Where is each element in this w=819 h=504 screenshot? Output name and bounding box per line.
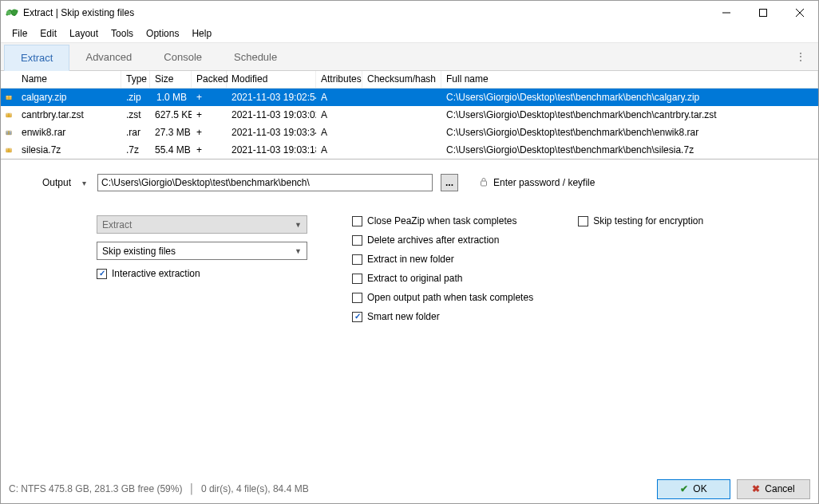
overwrite-dropdown[interactable]: Skip existing files ▼: [97, 242, 307, 260]
maximize-button[interactable]: [745, 1, 781, 25]
table-row[interactable]: cantrbry.tar.zst.zst627.5 KB+2021-11-03 …: [1, 106, 818, 124]
file-table: Name Type Size Packed Modified Attribute…: [1, 71, 818, 159]
svg-rect-8: [9, 96, 10, 100]
output-label: Output: [42, 177, 71, 188]
col-fullname[interactable]: Full name: [441, 71, 818, 88]
cell-type: .rar: [121, 125, 150, 140]
table-header: Name Type Size Packed Modified Attribute…: [1, 71, 818, 89]
cell-fullname: C:\Users\Giorgio\Desktop\test\benchmark\…: [441, 90, 818, 104]
archive-icon: [1, 90, 17, 104]
options-panel: Output ▾ ... Enter password / keyfile Ex…: [1, 159, 818, 503]
cell-name: calgary.zip: [17, 90, 121, 104]
svg-rect-3: [760, 10, 767, 17]
open-output-path-checkbox[interactable]: Open output path when task completes: [352, 292, 533, 303]
menubar: File Edit Layout Tools Options Help: [1, 25, 818, 42]
cell-hash: [362, 96, 441, 99]
tab-extract[interactable]: Extract: [4, 45, 69, 71]
window-controls: [708, 1, 818, 25]
menu-options[interactable]: Options: [140, 26, 185, 41]
menu-file[interactable]: File: [6, 26, 34, 41]
tab-overflow-icon[interactable]: ⋮: [788, 46, 813, 67]
password-link[interactable]: Enter password / keyfile: [479, 177, 595, 189]
cell-type: .zst: [121, 108, 150, 122]
output-path-input[interactable]: [97, 174, 433, 191]
smart-new-folder-checkbox[interactable]: Smart new folder: [352, 311, 533, 322]
archive-icon: [1, 143, 17, 157]
cell-modified: 2021-11-03 19:03:34: [227, 125, 316, 140]
cell-size: 55.4 MB: [150, 143, 192, 157]
chevron-down-icon: ▼: [295, 221, 302, 229]
menu-edit[interactable]: Edit: [34, 26, 63, 41]
chevron-down-icon: ▼: [295, 247, 302, 255]
skip-encryption-test-checkbox[interactable]: Skip testing for encryption: [578, 215, 703, 226]
cell-size: 627.5 KB: [150, 108, 192, 122]
svg-rect-17: [9, 148, 10, 152]
ok-button[interactable]: ✔ OK: [657, 479, 730, 499]
checkbox-icon: [578, 216, 588, 226]
cell-modified: 2021-11-03 19:03:18: [227, 143, 316, 157]
cell-size: 1.0 MB: [150, 90, 192, 104]
app-icon: [6, 6, 18, 19]
svg-rect-14: [9, 131, 10, 135]
cell-packed: +: [192, 143, 227, 157]
col-modified[interactable]: Modified: [227, 71, 316, 88]
checkbox-icon: [352, 293, 362, 303]
close-on-complete-checkbox[interactable]: Close PeaZip when task completes: [352, 215, 533, 226]
left-options: Extract ▼ Skip existing files ▼ Interact…: [97, 215, 307, 322]
tab-console[interactable]: Console: [148, 45, 218, 69]
cell-hash: [362, 148, 441, 152]
cell-name: enwik8.rar: [17, 125, 121, 140]
interactive-extraction-checkbox[interactable]: Interactive extraction: [97, 268, 307, 279]
tabstrip: Extract Advanced Console Schedule ⋮: [1, 42, 818, 71]
col-attributes[interactable]: Attributes: [316, 71, 362, 88]
browse-button[interactable]: ...: [441, 174, 458, 191]
svg-rect-18: [481, 181, 487, 186]
table-row[interactable]: enwik8.rar.rar27.3 MB+2021-11-03 19:03:3…: [1, 124, 818, 141]
col-size[interactable]: Size: [150, 71, 192, 88]
checkbox-icon: [352, 312, 362, 322]
menu-layout[interactable]: Layout: [63, 26, 105, 41]
table-row[interactable]: calgary.zip.zip1.0 MB+2021-11-03 19:02:5…: [1, 89, 818, 106]
output-row: Output ▾ ... Enter password / keyfile: [1, 174, 818, 191]
table-body: calgary.zip.zip1.0 MB+2021-11-03 19:02:5…: [1, 89, 818, 159]
delete-archives-checkbox[interactable]: Delete archives after extraction: [352, 234, 533, 246]
lock-icon: [479, 177, 489, 189]
col-hash[interactable]: Checksum/hash: [362, 71, 441, 88]
svg-point-1: [12, 10, 18, 15]
password-label: Enter password / keyfile: [493, 177, 595, 188]
middle-options: Close PeaZip when task completes Delete …: [352, 215, 533, 322]
options-grid: Extract ▼ Skip existing files ▼ Interact…: [1, 191, 818, 322]
cell-attr: A: [316, 125, 362, 140]
cell-hash: [362, 131, 441, 134]
tab-schedule[interactable]: Schedule: [218, 45, 293, 69]
cell-packed: +: [192, 90, 227, 104]
minimize-button[interactable]: [708, 1, 745, 25]
cell-fullname: C:\Users\Giorgio\Desktop\test\benchmark\…: [441, 108, 818, 122]
cell-name: silesia.7z: [17, 143, 121, 157]
checkbox-icon: [352, 274, 362, 284]
svg-point-0: [6, 10, 11, 15]
archive-icon: [1, 125, 17, 140]
close-button[interactable]: [781, 1, 818, 25]
output-history-icon[interactable]: ▾: [79, 179, 89, 187]
menu-help[interactable]: Help: [185, 26, 218, 41]
status-disk: C: NTFS 475.8 GB, 281.3 GB free (59%): [9, 483, 182, 494]
right-options: Skip testing for encryption: [578, 215, 703, 322]
x-icon: ✖: [752, 483, 760, 494]
table-row[interactable]: silesia.7z.7z55.4 MB+2021-11-03 19:03:18…: [1, 141, 818, 159]
menu-tools[interactable]: Tools: [105, 26, 140, 41]
checkbox-icon: [352, 216, 362, 226]
window-title: Extract | Skip existing files: [23, 7, 708, 18]
col-name[interactable]: Name: [17, 71, 121, 88]
extract-original-path-checkbox[interactable]: Extract to original path: [352, 273, 533, 284]
tab-advanced[interactable]: Advanced: [69, 45, 148, 69]
titlebar: Extract | Skip existing files: [1, 1, 818, 25]
cell-fullname: C:\Users\Giorgio\Desktop\test\benchmark\…: [441, 125, 818, 140]
cell-hash: [362, 113, 441, 116]
col-packed[interactable]: Packed: [192, 71, 227, 88]
cell-type: .zip: [121, 90, 150, 104]
col-type[interactable]: Type: [121, 71, 150, 88]
cancel-button[interactable]: ✖ Cancel: [737, 479, 810, 499]
cell-modified: 2021-11-03 19:03:02: [227, 108, 316, 122]
extract-new-folder-checkbox[interactable]: Extract in new folder: [352, 254, 533, 265]
